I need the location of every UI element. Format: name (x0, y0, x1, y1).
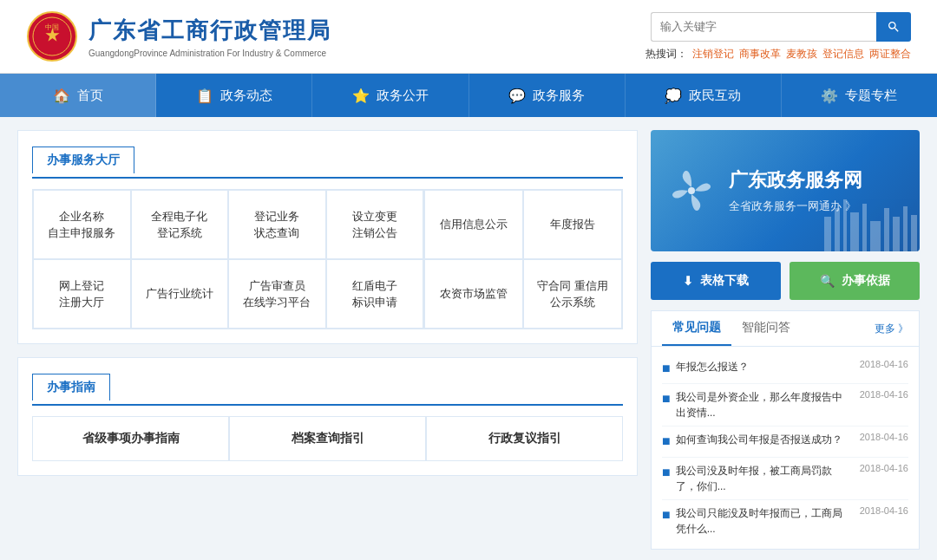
svg-rect-14 (911, 215, 917, 251)
faq-date-5: 2018-04-16 (860, 505, 908, 516)
hot-keyword-4[interactable]: 登记信息 (822, 47, 864, 62)
service-status-query[interactable]: 登记业务状态查询 (228, 190, 326, 259)
faq-item-4: ■ 我公司没及时年报，被工商局罚款了，你们... 2018-04-16 (662, 458, 908, 500)
guide-grid: 省级事项办事指南 档案查询指引 行政复议指引 (32, 416, 623, 461)
faq-text-3[interactable]: 如何查询我公司年报是否报送成功？ (676, 432, 851, 447)
svg-rect-6 (835, 208, 840, 251)
search-input[interactable] (651, 12, 876, 42)
guide-provincial[interactable]: 省级事项办事指南 (32, 416, 229, 461)
service-ad-review[interactable]: 广告审查员在线学习平台 (228, 259, 326, 329)
faq-text-4[interactable]: 我公司没及时年报，被工商局罚款了，你们... (676, 463, 851, 494)
guide-basis-label: 办事依据 (842, 273, 890, 289)
nav-news-label: 政务动态 (220, 88, 272, 104)
faq-date-1: 2018-04-16 (860, 359, 908, 369)
banner-title: 广东政务服务网 (729, 167, 862, 193)
faq-date-4: 2018-04-16 (860, 463, 908, 473)
faq-item-1: ■ 年报怎么报送？ 2018-04-16 (662, 354, 908, 384)
nav-open[interactable]: ⭐ 政务公开 (312, 74, 468, 117)
tab-common-questions[interactable]: 常见问题 (662, 311, 731, 346)
service-contract-trust[interactable]: 守合同 重信用公示系统 (523, 259, 622, 329)
guide-basis-button[interactable]: 🔍 办事依据 (790, 262, 920, 300)
nav-news[interactable]: 📋 政务动态 (156, 74, 312, 117)
svg-text:中国: 中国 (45, 23, 59, 31)
svg-rect-7 (843, 199, 847, 251)
nav-home-label: 首页 (77, 88, 103, 104)
guide-title: 办事指南 (32, 374, 110, 400)
open-icon: ⭐ (352, 88, 370, 104)
nav-home[interactable]: 🏠 首页 (0, 74, 156, 117)
service-electronic[interactable]: 全程电子化登记系统 (131, 190, 229, 259)
main-content: 办事服务大厅 企业名称自主申报服务 全程电子化登记系统 登记业务状态查询 设立变… (0, 117, 937, 560)
right-panel: 广东政务服务网 全省政务服务一网通办 》 ⬇ 表格下载 (651, 130, 920, 550)
faq-bullet-2: ■ (662, 389, 671, 408)
faq-item-2: ■ 我公司是外资企业，那么年度报告中出资情... 2018-04-16 (662, 384, 908, 427)
service-credit-info[interactable]: 信用信息公示 (424, 190, 523, 259)
main-nav: 🏠 首页 📋 政务动态 ⭐ 政务公开 💬 政务服务 💭 政民互动 ⚙️ 专题专栏 (0, 74, 937, 117)
service-emblem[interactable]: 红盾电子标识申请 (326, 259, 424, 329)
search-area: 热搜词： 注销登记 商事改革 麦教孩 登记信息 两证整合 (645, 12, 911, 62)
search-button[interactable] (876, 12, 911, 42)
hot-keyword-5[interactable]: 两证整合 (869, 47, 911, 62)
skyline-icon (816, 191, 920, 251)
faq-tabs: 常见问题 智能问答 更多 》 (652, 311, 919, 347)
logo-title: 广东省工商行政管理局 (88, 16, 331, 46)
nav-service[interactable]: 💬 政务服务 (469, 74, 626, 117)
download-icon: ⬇ (683, 274, 693, 288)
svg-rect-10 (870, 221, 881, 251)
service-online-register[interactable]: 网上登记注册大厅 (33, 259, 131, 329)
hot-keyword-3[interactable]: 麦教孩 (786, 47, 817, 62)
svg-rect-9 (862, 204, 867, 251)
service-hall-header: 办事服务大厅 (32, 145, 623, 179)
faq-bullet-1: ■ (662, 359, 671, 378)
interact-icon: 💭 (665, 88, 682, 104)
guide-archive[interactable]: 档案查询指引 (229, 416, 426, 461)
faq-text-2[interactable]: 我公司是外资企业，那么年度报告中出资情... (676, 389, 851, 420)
service-wrapper: 企业名称自主申报服务 全程电子化登记系统 登记业务状态查询 设立变更注销公告 网… (32, 189, 623, 329)
home-icon: 🏠 (53, 88, 70, 104)
service-agri-market[interactable]: 农资市场监管 (424, 259, 523, 329)
nav-interact[interactable]: 💭 政民互动 (626, 74, 782, 117)
action-buttons: ⬇ 表格下载 🔍 办事依据 (651, 262, 920, 300)
svg-rect-5 (824, 217, 831, 251)
search-guide-icon: 🔍 (820, 274, 835, 288)
search-icon (887, 20, 901, 34)
nav-interact-label: 政民互动 (689, 88, 741, 104)
service-enterprise-name[interactable]: 企业名称自主申报服务 (33, 190, 131, 259)
faq-box: 常见问题 智能问答 更多 》 ■ 年报怎么报送？ 2018-04-16 ■ 我公… (651, 310, 920, 550)
service-icon: 💬 (508, 88, 526, 104)
logo-area: ★ 中国 广东省工商行政管理局 GuangdongProvince Admini… (26, 10, 331, 62)
guide-header: 办事指南 (32, 372, 623, 406)
nav-service-label: 政务服务 (533, 88, 585, 104)
faq-text-1[interactable]: 年报怎么报送？ (676, 359, 851, 374)
nav-special[interactable]: ⚙️ 专题专栏 (782, 74, 937, 117)
hot-label: 热搜词： (645, 47, 687, 62)
faq-bullet-5: ■ (662, 505, 671, 524)
header: ★ 中国 广东省工商行政管理局 GuangdongProvince Admini… (0, 0, 937, 74)
logo-subtitle: GuangdongProvince Administration For Ind… (88, 49, 331, 58)
service-setup-change[interactable]: 设立变更注销公告 (326, 190, 424, 259)
faq-text-5[interactable]: 我公司只能没及时年报而已，工商局凭什么... (676, 505, 851, 537)
windmill-icon (668, 167, 715, 214)
nav-special-label: 专题专栏 (845, 88, 897, 104)
special-icon: ⚙️ (821, 88, 838, 104)
service-annual-report[interactable]: 年度报告 (523, 190, 622, 259)
table-download-button[interactable]: ⬇ 表格下载 (651, 262, 781, 300)
faq-item-3: ■ 如何查询我公司年报是否报送成功？ 2018-04-16 (662, 427, 908, 457)
faq-bullet-4: ■ (662, 463, 671, 482)
table-download-label: 表格下载 (700, 273, 749, 289)
hot-keyword-1[interactable]: 注销登记 (692, 47, 734, 62)
hot-keyword-2[interactable]: 商事改革 (739, 47, 781, 62)
svg-rect-13 (903, 206, 908, 251)
faq-item-5: ■ 我公司只能没及时年报而已，工商局凭什么... 2018-04-16 (662, 500, 908, 542)
tab-smart-qa[interactable]: 智能问答 (731, 311, 801, 346)
faq-list: ■ 年报怎么报送？ 2018-04-16 ■ 我公司是外资企业，那么年度报告中出… (652, 347, 919, 549)
news-icon: 📋 (196, 88, 213, 104)
svg-rect-12 (893, 217, 900, 251)
emblem-icon: ★ 中国 (26, 10, 78, 62)
svg-rect-8 (850, 212, 859, 251)
guide-admin-review[interactable]: 行政复议指引 (426, 416, 623, 461)
hot-search-area: 热搜词： 注销登记 商事改革 麦教孩 登记信息 两证整合 (645, 47, 911, 62)
faq-more-link[interactable]: 更多 》 (875, 322, 908, 336)
svg-point-4 (688, 187, 695, 194)
service-ad-stats[interactable]: 广告行业统计 (131, 259, 229, 329)
